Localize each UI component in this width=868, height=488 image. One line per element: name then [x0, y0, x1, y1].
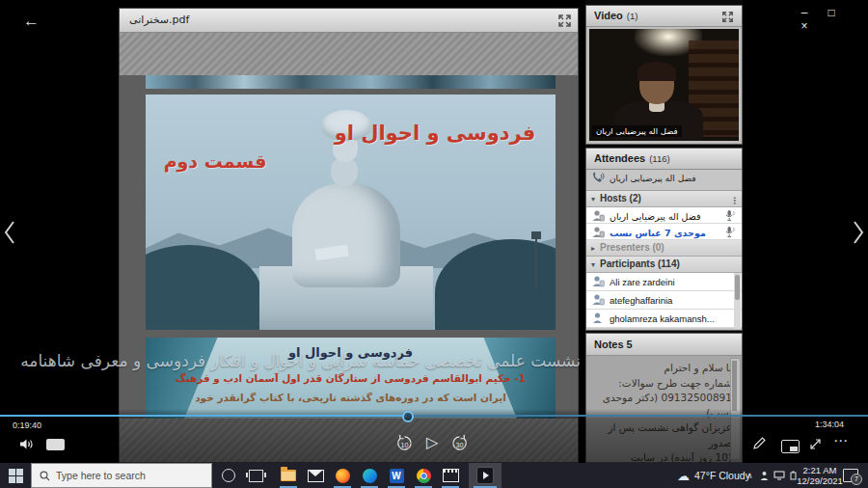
screen: سخنرانی.pdf فردوسی و احوال [0, 0, 868, 488]
seek-playhead[interactable] [402, 411, 414, 422]
participant-row[interactable]: gholamreza kakamansh... [586, 310, 742, 328]
active-speaker-row: فضل اله پیرضیایی اریان [586, 170, 742, 191]
svg-text:30: 30 [456, 442, 464, 449]
chevron-down-icon[interactable]: ▾ [586, 192, 600, 207]
video-pod-title: Video [594, 10, 623, 21]
attendees-pod-title: Attendees [594, 152, 645, 164]
tray-overflow-chevron-icon[interactable]: ∧ [746, 463, 753, 488]
start-button[interactable] [0, 463, 31, 488]
taskbar-search-input[interactable]: Type here to search [31, 463, 212, 488]
rewind-10-button[interactable]: 10 [395, 434, 414, 456]
captions-icon[interactable] [46, 439, 65, 450]
hosts-section-bar[interactable]: ▾Hosts (2) ⋮ [586, 191, 742, 207]
slide-ferdowsi-statue: فردوسی و احوال او قسمت دوم [146, 95, 556, 330]
presenters-section-bar[interactable]: ▸Presenters (0) [586, 240, 742, 257]
share-pod-titlebar[interactable]: سخنرانی.pdf [120, 9, 578, 33]
clock-time: 2:21 AM [803, 465, 837, 475]
participant-row[interactable]: Ali zare zardeini [586, 273, 742, 291]
word-icon: W [390, 469, 404, 483]
slide-title: فردوسی و احوال او [321, 122, 549, 145]
minimize-button[interactable]: – [791, 6, 818, 19]
statue-beard-graphic [331, 158, 358, 187]
user-tray-icon[interactable] [760, 471, 769, 481]
taskbar-edge[interactable] [357, 463, 382, 488]
chrome-icon [417, 469, 431, 483]
share-pod: سخنرانی.pdf فردوسی و احوال [119, 8, 579, 463]
hosts-label: Hosts (2) [600, 193, 641, 203]
task-view-button[interactable] [243, 463, 268, 488]
network-display-icon[interactable] [773, 471, 785, 480]
pod-menu-icon[interactable]: ⋮ [730, 193, 739, 208]
weather-text: 47°F Cloudy [694, 470, 750, 481]
host-row[interactable]: فضل اله پیرضیایی اریان [586, 207, 742, 224]
participants-scrollbar[interactable] [734, 273, 741, 329]
pencil-icon[interactable] [752, 436, 767, 454]
webcam-video[interactable]: فضل اله پیرضیایی اریان [589, 29, 739, 141]
notes-line: شماره جهت طرح سوالات: [600, 376, 732, 392]
statue-body-graphic [292, 183, 400, 287]
search-placeholder: Type here to search [56, 470, 146, 481]
volume-icon[interactable] [19, 437, 35, 454]
battery-icon[interactable] [790, 471, 797, 480]
notification-center-button[interactable]: 7 [843, 463, 858, 488]
next-chevron-icon[interactable] [851, 218, 866, 247]
taskbar-active-video-app[interactable] [469, 463, 502, 488]
cortana-button[interactable] [216, 463, 241, 488]
window-controls: –□× [791, 6, 868, 33]
total-time: 1:34:04 [815, 420, 844, 429]
taskbar-weather[interactable]: ☁ 47°F Cloudy [677, 463, 750, 488]
participant-user-icon [591, 312, 605, 324]
phone-speaker-icon [591, 172, 605, 184]
presenters-label: Presenters (0) [600, 242, 665, 253]
host-name: فضل اله پیرضیایی اریان [610, 209, 701, 225]
tray-icons [760, 463, 797, 488]
taskbar-chrome[interactable] [411, 463, 436, 488]
previous-chevron-icon[interactable] [2, 218, 17, 247]
fullscreen-icon[interactable] [808, 437, 823, 455]
participant-name: gholamreza kakamansh... [610, 312, 715, 327]
taskbar-word[interactable]: W [384, 463, 409, 488]
svg-text:10: 10 [401, 442, 409, 449]
notes-pod-header[interactable]: Notes 5 [586, 334, 742, 356]
taskbar: Type here to search W ☁ 47°F Cloudy ∧ [0, 463, 868, 488]
chevron-down-icon[interactable]: ▾ [586, 258, 600, 273]
file-explorer-icon [281, 470, 296, 481]
task-view-icon [249, 470, 263, 482]
back-arrow-icon[interactable]: ← [23, 12, 40, 31]
notification-badge: 7 [851, 474, 862, 485]
microphone-icon [723, 209, 736, 222]
microphone-icon [723, 226, 736, 238]
more-options-icon[interactable]: ⋯ [833, 432, 849, 449]
participants-section-bar[interactable]: ▾Participants (114) [586, 257, 742, 273]
chevron-right-icon[interactable]: ▸ [586, 241, 600, 257]
caption-watermark: نشست علمی تخصصی حماسه سرایی و احوال و اف… [6, 347, 581, 374]
attendees-count: (116) [649, 153, 669, 164]
video-expand-icon[interactable] [721, 10, 736, 24]
firefox-icon [336, 469, 350, 483]
play-button[interactable]: ▷ [426, 433, 438, 451]
taskbar-mail[interactable] [303, 463, 328, 488]
fullscreen-expand-icon[interactable] [557, 14, 572, 28]
host-row[interactable]: موحدی 7 عباس نسب [586, 224, 742, 240]
notification-icon: 7 [843, 469, 858, 482]
participant-name: atefeghaffarinia [610, 293, 672, 309]
search-icon [40, 471, 50, 481]
close-button[interactable]: × [791, 19, 818, 33]
notes-line: 09132500891 (دکتر موحدی [600, 391, 732, 406]
attendees-pod-header[interactable]: Attendees(116) [586, 149, 742, 170]
forward-30-button[interactable]: 30 [450, 434, 469, 456]
cloud-icon: ☁ [677, 469, 690, 483]
participant-row[interactable]: atefeghaffarinia [586, 291, 742, 310]
maximize-button[interactable]: □ [818, 6, 845, 19]
taskbar-file-explorer[interactable] [276, 463, 301, 488]
taskbar-firefox[interactable] [330, 463, 355, 488]
taskbar-clock[interactable]: 2:21 AM 12/29/2021 [799, 463, 841, 488]
host-user-icon [591, 226, 605, 238]
host-name: موحدی 7 عباس نسب [610, 226, 706, 241]
seek-bar-played [0, 415, 407, 417]
mini-player-icon[interactable] [781, 440, 800, 453]
taskbar-films-tv[interactable] [438, 463, 463, 488]
video-pod-header[interactable]: Video(1) [586, 6, 742, 27]
movies-player-icon [476, 467, 494, 484]
participant-user-icon [591, 293, 605, 306]
